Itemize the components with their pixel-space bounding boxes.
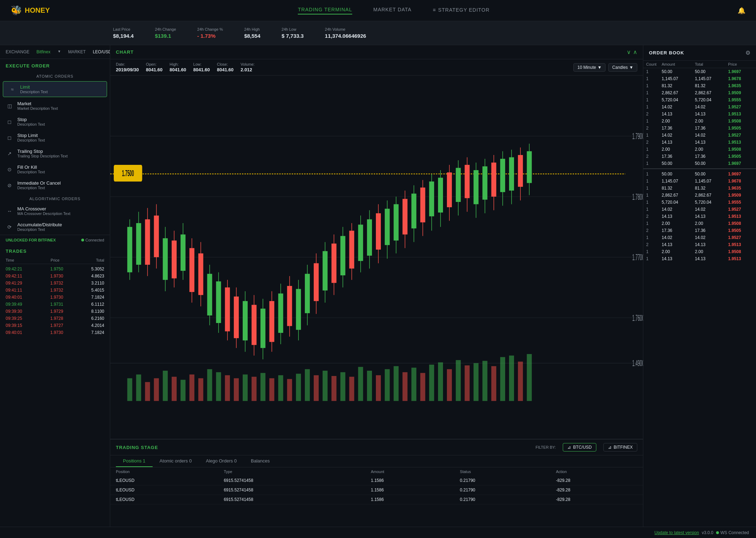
exchange-label: EXCHANGE	[6, 49, 29, 54]
order-item-stop[interactable]: ◻ Stop Description Text	[0, 114, 110, 130]
table-row[interactable]: 1 14.02 14.02 1.9527	[643, 132, 756, 139]
filter-btcusd-button[interactable]: ⊿ BTC/USD	[563, 443, 596, 452]
trades-col-price: Price	[51, 258, 59, 262]
ob-count: 1	[646, 90, 660, 95]
svg-rect-15	[127, 227, 132, 273]
trade-price: 1.9728	[50, 316, 63, 321]
table-row[interactable]: 1 2,862.67 2,862.67 1.9509	[643, 192, 756, 199]
ob-total: 50.00	[695, 172, 727, 177]
table-row[interactable]: 1 81.32 81.32 1.9635	[643, 82, 756, 89]
ob-amount: 50.00	[662, 69, 693, 74]
table-row[interactable]: 1 5,720.04 5,720.04 1.9555	[643, 199, 756, 206]
table-row[interactable]: 1 1,145.07 1,145.07 1.9678	[643, 178, 756, 185]
svg-rect-51	[287, 286, 292, 326]
stage-tab-balances[interactable]: Balances	[244, 455, 277, 467]
market-value[interactable]: LEO/USD	[93, 49, 110, 54]
order-item-limit[interactable]: ≈ Limit Description Text	[3, 81, 107, 97]
order-item-accumulate-distribute[interactable]: ⟳ Accumulate/Distribute Description Text	[0, 219, 110, 235]
ob-amount: 17.36	[662, 228, 693, 233]
order-item-trailing-stop[interactable]: ↗ Trailing Stop Trailing Stop Descriptio…	[0, 145, 110, 161]
trade-time: 09:42:11	[6, 274, 22, 279]
ob-amount: 14.13	[662, 256, 693, 261]
stage-tab-atomic-orders[interactable]: Atomic orders 0	[153, 455, 199, 467]
ob-amount: 2.00	[662, 249, 693, 254]
table-row[interactable]: 2 17.36 17.36 1.9505	[643, 125, 756, 132]
table-row[interactable]: 1 2.00 2.00 1.9508	[643, 118, 756, 125]
ob-title: ORDER BOOK	[649, 50, 684, 55]
trades-title: TRADES	[6, 249, 104, 254]
table-row[interactable]: 2 14.13 14.13 1.9513	[643, 241, 756, 248]
ob-total: 2,862.67	[695, 193, 727, 198]
chart-type-select[interactable]: Candles ▼	[608, 63, 637, 72]
table-row[interactable]: 2 17.36 17.36 1.9505	[643, 153, 756, 160]
filter-bitfinex-button[interactable]: ⊿ BITFINEX	[603, 443, 637, 452]
table-row[interactable]: 1 2.00 2.00 1.9508	[643, 248, 756, 255]
ob-price: 1.9509	[728, 90, 756, 95]
exchange-value[interactable]: Bitfinex	[36, 49, 50, 54]
table-row[interactable]: 2 17.36 17.36 1.9505	[643, 227, 756, 234]
table-row[interactable]: 1 1,145.07 1,145.07 1.9678	[643, 75, 756, 82]
order-item-market[interactable]: ◫ Market Market Description Text	[0, 98, 110, 114]
ws-connected-dot	[716, 531, 719, 534]
limit-icon: ≈	[9, 86, 16, 92]
order-item-immediate-or-cancel[interactable]: ⊘ Immediate Or Cancel Description Text	[0, 177, 110, 193]
trade-time: 09:39:30	[6, 309, 22, 314]
svg-rect-91	[465, 165, 469, 198]
ma-crossover-title: MA Crossover	[17, 206, 70, 211]
table-row[interactable]: 1 14.02 14.02 1.9527	[643, 103, 756, 110]
trade-total: 6.2160	[91, 316, 104, 321]
ob-price: 1.9508	[728, 221, 756, 226]
list-item: 09:40:01 1.9730 7.1824	[6, 294, 104, 301]
order-item-fill-or-kill[interactable]: ⊙ Fill Or Kill Description Text	[0, 161, 110, 177]
ob-total: 14.13	[695, 140, 727, 145]
table-row[interactable]: 1 2.00 2.00 1.9508	[643, 220, 756, 227]
table-row[interactable]: 1 14.02 14.02 1.9527	[643, 234, 756, 241]
trade-total: 4.8623	[91, 274, 104, 279]
svg-text:1.7800: 1.7800	[632, 192, 643, 202]
timeframe-select[interactable]: 10 Minute ▼	[573, 63, 606, 72]
table-row[interactable]: 1 81.32 81.32 1.9635	[643, 185, 756, 192]
order-item-ma-crossover[interactable]: ↔ MA Crossover MA Crossover Description …	[0, 203, 110, 219]
ob-count: 1	[646, 76, 660, 81]
order-item-stop-limit[interactable]: ◻ Stop Limit Description Text	[0, 130, 110, 145]
immediate-or-cancel-icon: ⊘	[6, 183, 13, 188]
table-row[interactable]: 1 5,720.04 5,720.04 1.9555	[643, 96, 756, 103]
stage-tab-alego-orders[interactable]: Alego Orders 0	[199, 455, 244, 467]
trade-total: 7.1824	[91, 295, 104, 300]
ob-amount: 17.36	[662, 126, 693, 131]
exchange-dropdown-icon[interactable]: ▼	[58, 49, 61, 54]
table-row[interactable]: 1 50.00 50.00 1.9697	[643, 68, 756, 75]
tab-trading-terminal[interactable]: TRADING TERMINAL	[298, 7, 352, 14]
table-row[interactable]: 1 14.13 14.13 1.9513	[643, 255, 756, 262]
svg-rect-67	[358, 225, 363, 261]
td-status: 0.21790	[454, 485, 550, 495]
table-row[interactable]: 1 2,862.67 2,862.67 1.9509	[643, 89, 756, 96]
tab-strategy-editor[interactable]: ≡ STRATEGY EDITOR	[433, 7, 490, 14]
table-row[interactable]: 2 14.13 14.13 1.9513	[643, 213, 756, 220]
trade-time: 09:41:29	[6, 281, 22, 286]
collapse-down-icon[interactable]: ∨	[627, 49, 631, 55]
svg-rect-120	[252, 377, 256, 401]
table-row[interactable]: 1 2.00 2.00 1.9508	[643, 146, 756, 153]
accumulate-distribute-icon: ⟳	[6, 224, 13, 230]
collapse-up-icon[interactable]: ∧	[633, 49, 637, 55]
tab-market-data[interactable]: MARKET DATA	[373, 7, 412, 14]
fill-or-kill-title: Fill Or Kill	[17, 165, 45, 170]
svg-rect-17	[136, 223, 141, 265]
table-row[interactable]: 2 14.13 14.13 1.9513	[643, 139, 756, 146]
table-row[interactable]: 1 50.00 50.00 1.9697	[643, 171, 756, 178]
ob-scroll[interactable]: 1 50.00 50.00 1.9697 1 1,145.07 1,145.07…	[643, 68, 756, 538]
ob-price: 1.9505	[728, 228, 756, 233]
fill-or-kill-icon: ⊙	[6, 167, 13, 172]
table-row[interactable]: 2 14.13 14.13 1.9513	[643, 110, 756, 118]
stage-tab-positions[interactable]: Positions 1	[116, 455, 153, 467]
ticker-last-price: Last Price $8,194.4	[113, 27, 134, 39]
table-row: tLEOUSD 6915.52741458 1.1586 0.21790 -82…	[110, 476, 643, 485]
notification-bell-icon[interactable]: 🔔	[738, 7, 745, 14]
update-link[interactable]: Update to latest version	[655, 530, 699, 535]
table-row[interactable]: 1 14.02 14.02 1.9527	[643, 206, 756, 213]
ob-settings-icon[interactable]: ⚙	[745, 49, 750, 56]
ob-header: ORDER BOOK ⚙	[643, 45, 756, 61]
ob-count: 1	[646, 249, 660, 254]
ob-separator	[643, 168, 756, 169]
